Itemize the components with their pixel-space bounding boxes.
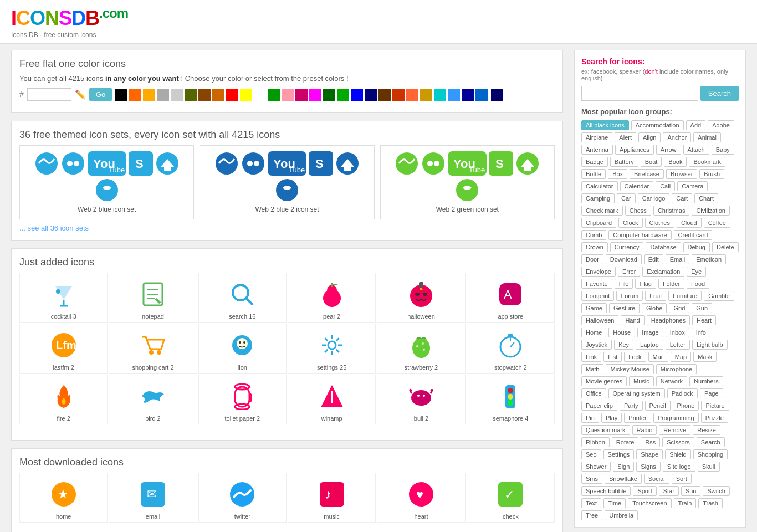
tag-item[interactable]: Sport — [633, 486, 656, 496]
color-swatch[interactable] — [420, 89, 432, 101]
tag-item[interactable]: Eye — [687, 267, 706, 277]
icon-cell[interactable]: cocktail 3 — [19, 273, 108, 323]
color-swatch[interactable] — [475, 89, 488, 101]
tag-item[interactable]: Light bulb — [692, 340, 728, 350]
tag-item[interactable]: Resize — [693, 425, 720, 435]
tag-item[interactable]: Remove — [659, 425, 690, 435]
color-swatch[interactable] — [282, 89, 294, 101]
tag-item[interactable]: Rotate — [612, 437, 638, 447]
go-button[interactable]: Go — [89, 88, 112, 101]
tag-item[interactable]: Game — [581, 303, 607, 313]
tag-item[interactable]: Cart — [672, 193, 692, 203]
tag-item[interactable]: Badge — [581, 157, 608, 167]
tag-item[interactable]: Joystick — [581, 340, 612, 350]
tag-item[interactable]: Time — [603, 498, 626, 508]
tag-item[interactable]: Info — [692, 328, 710, 337]
tag-item[interactable]: Key — [614, 340, 633, 350]
color-swatch[interactable] — [309, 89, 321, 101]
tag-item[interactable]: Hand — [621, 315, 644, 325]
tag-item[interactable]: Box — [608, 169, 627, 179]
tag-item[interactable]: Calendar — [620, 181, 654, 191]
tag-item[interactable]: Train — [674, 498, 697, 508]
tag-item[interactable]: Trash — [698, 498, 723, 508]
tag-item[interactable]: Add — [686, 120, 706, 130]
tag-item[interactable]: Cloud — [677, 218, 702, 228]
tag-item[interactable]: Laptop — [636, 340, 663, 350]
tag-item[interactable]: Home — [581, 328, 606, 337]
tag-item[interactable]: Call — [656, 181, 675, 191]
tag-item[interactable]: Site logo — [663, 462, 695, 472]
tag-item[interactable]: Coffee — [704, 218, 730, 228]
tag-item[interactable]: Social — [644, 474, 669, 484]
tag-item[interactable]: Database — [646, 242, 681, 252]
icon-cell[interactable]: ♪ music — [288, 473, 376, 523]
icon-cell[interactable]: ✉ email — [109, 473, 197, 523]
icon-cell[interactable]: bird 2 — [109, 375, 197, 424]
tag-item[interactable]: Battery — [610, 157, 638, 167]
color-swatch[interactable] — [115, 89, 127, 101]
color-swatch[interactable] — [491, 89, 503, 101]
tag-item[interactable]: Clothes — [645, 218, 674, 228]
color-swatch[interactable] — [268, 89, 280, 101]
tag-item[interactable]: Numbers — [689, 376, 723, 386]
icon-cell[interactable]: shopping cart 2 — [109, 324, 197, 374]
tag-item[interactable]: Shopping — [693, 449, 728, 459]
tag-item[interactable]: Download — [606, 254, 642, 264]
tag-item[interactable]: Music — [629, 376, 654, 386]
icon-cell[interactable]: winamp — [288, 375, 376, 424]
tag-item[interactable]: Align — [638, 132, 661, 142]
tag-item[interactable]: Math — [581, 364, 603, 374]
tag-item[interactable]: Play — [601, 413, 622, 423]
tag-item[interactable]: Mickey Mouse — [606, 364, 653, 374]
tag-item[interactable]: File — [615, 279, 633, 289]
tag-item[interactable]: Snowflake — [605, 474, 642, 484]
tag-item[interactable]: Chart — [694, 193, 718, 203]
tag-item[interactable]: Star — [659, 486, 679, 496]
tag-item[interactable]: Currency — [610, 242, 644, 252]
tag-item[interactable]: Antenna — [581, 145, 613, 155]
tag-item[interactable]: Link — [581, 352, 601, 362]
icon-cell[interactable]: fire 2 — [19, 375, 108, 424]
search-button[interactable]: Search — [700, 86, 739, 101]
tag-item[interactable]: Tree — [581, 510, 602, 520]
color-swatch[interactable] — [392, 89, 405, 101]
tag-item[interactable]: Car — [617, 193, 636, 203]
color-swatch[interactable] — [157, 89, 169, 101]
tag-item[interactable]: Brush — [699, 169, 724, 179]
tag-item[interactable]: Calculator — [581, 181, 618, 191]
tag-item[interactable]: Sms — [581, 474, 602, 484]
tag-item[interactable]: Gesture — [609, 303, 640, 313]
tag-item[interactable]: Camera — [677, 181, 708, 191]
tag-item[interactable]: Letter — [666, 340, 690, 350]
tag-item[interactable]: Briefcase — [630, 169, 664, 179]
tag-item[interactable]: Programming — [653, 413, 699, 423]
tag-item[interactable]: Paper clip — [581, 401, 617, 411]
tag-item[interactable]: Scissors — [662, 437, 694, 447]
tag-item[interactable]: Edit — [644, 254, 663, 264]
tag-item[interactable]: Puzzle — [701, 413, 728, 423]
tag-item[interactable]: Forum — [616, 291, 643, 301]
tag-item[interactable]: Clock — [618, 218, 643, 228]
tag-item[interactable]: Ribbon — [581, 437, 610, 447]
color-swatch[interactable] — [240, 89, 252, 101]
tag-item[interactable]: Party — [620, 401, 643, 411]
tag-item[interactable]: All black icons — [581, 120, 629, 130]
color-swatch[interactable] — [254, 89, 266, 101]
tag-item[interactable]: Page — [700, 388, 723, 398]
search-input[interactable] — [581, 86, 698, 101]
tag-item[interactable]: Sun — [681, 486, 701, 496]
logo[interactable]: ICONSDB.com — [11, 6, 746, 30]
tag-item[interactable]: Attach — [683, 145, 709, 155]
tag-item[interactable]: Gun — [692, 303, 712, 313]
tag-item[interactable]: Folder — [658, 279, 684, 289]
tag-item[interactable]: Gamble — [704, 291, 734, 301]
tag-item[interactable]: Printer — [624, 413, 651, 423]
tag-item[interactable]: Network — [656, 376, 687, 386]
tag-item[interactable]: Search — [697, 437, 725, 447]
icon-cell[interactable]: settings 25 — [288, 324, 376, 374]
color-swatch[interactable] — [295, 89, 308, 101]
tag-item[interactable]: Browser — [666, 169, 697, 179]
tag-item[interactable]: Airplane — [581, 132, 612, 142]
tag-item[interactable]: Text — [581, 498, 601, 508]
tag-item[interactable]: Settings — [603, 449, 635, 459]
